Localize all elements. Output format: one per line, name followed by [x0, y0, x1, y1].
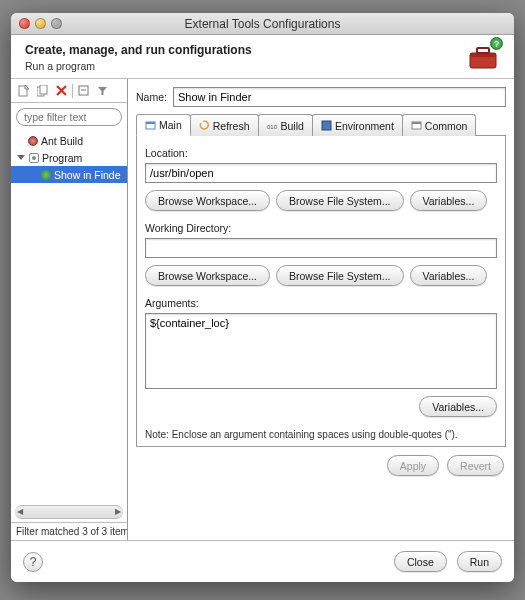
apply-button[interactable]: Apply	[387, 455, 439, 476]
ant-icon	[28, 136, 38, 146]
name-input[interactable]	[173, 87, 506, 107]
close-window-button[interactable]	[19, 18, 30, 29]
svg-text:010: 010	[267, 124, 278, 130]
arguments-textarea[interactable]	[145, 313, 497, 389]
run-button[interactable]: Run	[457, 551, 502, 572]
delete-config-icon[interactable]	[53, 82, 70, 99]
header-subtitle: Run a program	[25, 60, 466, 72]
filter-input[interactable]	[16, 108, 122, 126]
tab-build[interactable]: 010 Build	[258, 114, 313, 136]
window-title: External Tools Configurations	[11, 17, 514, 31]
tab-common[interactable]: Common	[402, 114, 477, 136]
help-button[interactable]: ?	[23, 552, 43, 572]
tree-label: Show in Finde	[54, 169, 121, 181]
config-editor: Name: Main Refresh 010 Build E	[128, 79, 514, 540]
minimize-window-button[interactable]	[35, 18, 46, 29]
location-label: Location:	[145, 147, 497, 159]
collapse-icon[interactable]	[75, 82, 92, 99]
new-config-icon[interactable]	[15, 82, 32, 99]
tree-label: Ant Build	[41, 135, 83, 147]
titlebar: External Tools Configurations	[11, 13, 514, 35]
revert-button[interactable]: Revert	[447, 455, 504, 476]
toolbox-icon: ?	[466, 43, 500, 71]
close-button[interactable]: Close	[394, 551, 447, 572]
wd-browse-filesystem-button[interactable]: Browse File System...	[276, 265, 404, 286]
arguments-label: Arguments:	[145, 297, 497, 309]
svg-rect-5	[40, 85, 47, 94]
arguments-variables-button[interactable]: Variables...	[419, 396, 497, 417]
working-directory-input[interactable]	[145, 238, 497, 258]
sidebar: Ant Build Program Show in Finde Filter m…	[11, 79, 128, 540]
footer: ? Close Run	[11, 540, 514, 582]
program-icon	[29, 153, 39, 163]
name-label: Name:	[136, 91, 167, 103]
tab-bar: Main Refresh 010 Build Environment Commo…	[136, 113, 506, 136]
location-browse-workspace-button[interactable]: Browse Workspace...	[145, 190, 270, 211]
svg-rect-10	[322, 121, 331, 130]
filter-menu-icon[interactable]	[94, 82, 111, 99]
tab-refresh[interactable]: Refresh	[190, 114, 259, 136]
run-config-icon	[41, 170, 51, 180]
tree-item-program[interactable]: Program	[11, 149, 127, 166]
location-input[interactable]	[145, 163, 497, 183]
location-browse-filesystem-button[interactable]: Browse File System...	[276, 190, 404, 211]
config-tree[interactable]: Ant Build Program Show in Finde	[11, 130, 127, 502]
working-directory-label: Working Directory:	[145, 222, 497, 234]
duplicate-config-icon[interactable]	[34, 82, 51, 99]
zoom-window-button[interactable]	[51, 18, 62, 29]
disclosure-triangle-icon[interactable]	[17, 155, 25, 160]
svg-rect-2	[477, 48, 489, 53]
location-variables-button[interactable]: Variables...	[410, 190, 488, 211]
main-tab-panel: Location: Browse Workspace... Browse Fil…	[136, 136, 506, 447]
wd-browse-workspace-button[interactable]: Browse Workspace...	[145, 265, 270, 286]
tree-label: Program	[42, 152, 82, 164]
dialog-window: External Tools Configurations Create, ma…	[11, 13, 514, 582]
svg-rect-8	[146, 122, 155, 124]
tree-item-show-in-finder[interactable]: Show in Finde	[11, 166, 127, 183]
tab-environment[interactable]: Environment	[312, 114, 403, 136]
filter-status: Filter matched 3 of 3 item	[11, 522, 127, 540]
tree-item-ant-build[interactable]: Ant Build	[11, 132, 127, 149]
wd-variables-button[interactable]: Variables...	[410, 265, 488, 286]
header-title: Create, manage, and run configurations	[25, 43, 466, 57]
svg-rect-12	[412, 122, 421, 124]
tab-main[interactable]: Main	[136, 114, 191, 136]
sidebar-toolbar	[11, 79, 127, 103]
header: Create, manage, and run configurations R…	[11, 35, 514, 79]
horizontal-scrollbar[interactable]	[15, 505, 123, 519]
arguments-note: Note: Enclose an argument containing spa…	[145, 429, 497, 440]
